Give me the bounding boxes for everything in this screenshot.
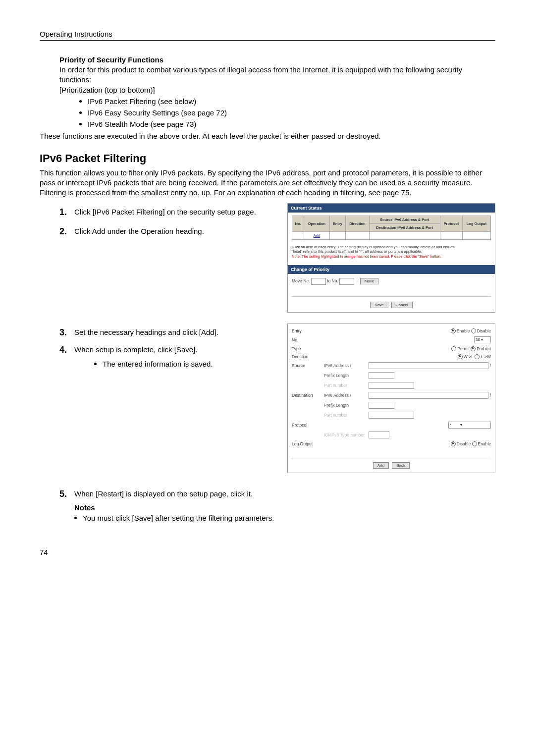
step-4-text: When setup is complete, click [Save]. — [74, 345, 197, 355]
shot1-th-protocol: Protocol — [440, 216, 462, 231]
screenshot-current-status: Current Status No. Operation Entry Direc… — [287, 203, 495, 313]
shot2-log-enable-radio[interactable] — [472, 441, 477, 446]
step-5-num: 5. — [59, 489, 74, 499]
shot1-add-link[interactable]: Add — [314, 233, 320, 238]
shot2-no-select[interactable]: 30 ▾ — [474, 336, 491, 343]
running-head: Operating Instructions — [40, 30, 495, 38]
shot2-type-label: Type — [292, 346, 324, 351]
shot2-src-addr-input[interactable] — [369, 362, 488, 369]
shot2-type-permit-label: Permit — [457, 346, 470, 351]
shot2-entry-disable-label: Disable — [477, 328, 491, 333]
step-3-text: Set the necessary headings and click [Ad… — [74, 327, 218, 337]
shot2-icmp-input[interactable] — [369, 432, 389, 438]
shot1-bar-current: Current Status — [288, 204, 495, 213]
step-5: 5. When [Restart] is displayed on the se… — [59, 489, 495, 499]
priority-para3: These functions are executed in the abov… — [40, 131, 495, 141]
step-4-num: 4. — [59, 345, 74, 355]
shot2-dst-addr-input[interactable] — [369, 392, 488, 399]
shot1-note-red: Note: The setting highlighted in orange … — [292, 254, 441, 259]
notes-bullet-text: You must click [Save] after setting the … — [83, 513, 274, 523]
step-3-num: 3. — [59, 327, 74, 338]
priority-bullet-3-text: IPv6 Stealth Mode (see page 73) — [88, 119, 196, 129]
shot1-cancel-button[interactable]: Cancel — [391, 302, 413, 308]
shot1-th-entry: Entry — [329, 216, 345, 231]
shot1-move-no-label: Move No. — [292, 278, 310, 283]
step-4: 4. When setup is complete, click [Save]. — [59, 345, 277, 355]
shot1-note-line1: Click an item of each entry. The setting… — [292, 245, 455, 249]
page-number: 74 — [40, 548, 495, 556]
shot2-src-prefix-label: Prefix Length — [324, 373, 369, 378]
shot2-no-label: No. — [292, 337, 324, 342]
shot2-dst-port-input[interactable] — [369, 412, 414, 419]
notes-heading: Notes — [74, 503, 495, 512]
shot2-back-button[interactable]: Back — [392, 462, 410, 469]
step-1-num: 1. — [59, 207, 74, 217]
shot2-dest-label: Destination — [292, 393, 324, 398]
step-5-text: When [Restart] is displayed on the setup… — [74, 489, 253, 499]
filtering-title: IPv6 Packet Filtering — [40, 152, 495, 165]
step-1-text: Click [IPv6 Packet Filtering] on the sec… — [74, 207, 256, 217]
shot1-th-src: Source IPv6 Address & Port — [369, 216, 440, 223]
step-4-bullet-text: The entered information is saved. — [103, 359, 213, 369]
shot2-dir-lw-radio[interactable] — [475, 354, 480, 359]
step-4-bullet: The entered information is saved. — [94, 359, 277, 369]
shot1-move-to-input[interactable] — [339, 278, 354, 285]
shot2-source-label: Source — [292, 363, 324, 368]
priority-bullet-2: IPv6 Easy Security Settings (see page 72… — [79, 108, 495, 118]
shot2-src-port-input[interactable] — [369, 382, 414, 389]
step-2: 2. Click Add under the Operation heading… — [59, 226, 277, 237]
priority-heading: Priority of Security Functions — [59, 55, 495, 64]
shot2-type-prohibit-radio[interactable] — [471, 346, 476, 351]
step-3: 3. Set the necessary headings and click … — [59, 327, 277, 338]
shot2-dst-prefix-label: Prefix Length — [324, 403, 369, 408]
shot2-src-prefix-input[interactable] — [369, 372, 394, 379]
shot2-add-button[interactable]: Add — [373, 462, 389, 469]
shot1-move-from-input[interactable] — [311, 278, 326, 285]
priority-bullet-2-text: IPv6 Easy Security Settings (see page 72… — [88, 108, 227, 118]
filtering-intro: This function allows you to filter only … — [40, 168, 495, 198]
shot2-entry-enable-radio[interactable] — [451, 328, 456, 333]
shot2-dir-lw-label: L->W — [481, 354, 491, 359]
shot1-bar-change: Change of Priority — [288, 265, 495, 274]
shot2-log-disable-radio[interactable] — [451, 441, 456, 446]
screenshot-add-entry: Entry Enable Disable No.30 ▾ Type Permit… — [287, 324, 495, 473]
shot1-note: Click an item of each entry. The setting… — [292, 245, 491, 259]
shot2-src-addr-label: IPv6 Address / — [324, 363, 369, 368]
shot1-th-operation: Operation — [304, 216, 329, 231]
shot1-save-button[interactable]: Save — [370, 302, 388, 308]
shot2-dir-wl-label: W->L — [464, 354, 474, 359]
priority-bullet-1-text: IPv6 Packet Filtering (see below) — [88, 97, 196, 107]
step-2-text: Click Add under the Operation heading. — [74, 226, 204, 236]
shot2-icmp-label: ICMPv6 Type number — [324, 432, 369, 437]
shot2-type-permit-radio[interactable] — [451, 346, 456, 351]
priority-bullet-3: IPv6 Stealth Mode (see page 73) — [79, 119, 495, 129]
priority-bullet-1: IPv6 Packet Filtering (see below) — [79, 97, 495, 107]
shot2-log-disable-label: Disable — [457, 441, 471, 446]
shot2-entry-enable-label: Enable — [457, 328, 470, 333]
step-2-num: 2. — [59, 226, 74, 237]
notes-bullet: You must click [Save] after setting the … — [74, 513, 495, 523]
shot1-note-line2: "local" refers to this product itself, a… — [292, 249, 422, 254]
shot2-direction-label: Direction — [292, 354, 324, 359]
shot2-src-port-label: Port number — [324, 383, 369, 388]
shot1-move-button[interactable]: Move — [360, 278, 379, 284]
shot1-to-no-label: to No. — [327, 278, 338, 283]
shot2-type-prohibit-label: Prohibit — [477, 346, 491, 351]
shot1-th-no: No. — [292, 216, 304, 231]
shot2-dir-wl-radio[interactable] — [458, 354, 463, 359]
shot2-protocol-label: Protocol — [292, 423, 324, 428]
step-1: 1. Click [IPv6 Packet Filtering] on the … — [59, 207, 277, 217]
header-rule — [40, 40, 495, 41]
shot2-dst-port-label: Port number — [324, 413, 369, 418]
priority-para1: In order for this product to combat vari… — [59, 65, 495, 85]
shot2-dst-prefix-input[interactable] — [369, 402, 394, 409]
priority-para2: [Prioritization (top to bottom)] — [59, 85, 495, 95]
shot2-entry-disable-radio[interactable] — [471, 328, 476, 333]
shot2-dst-addr-label: IPv6 Address / — [324, 393, 369, 398]
shot1-th-dst: Destination IPv6 Address & Port — [369, 223, 440, 231]
shot1-th-direction: Direction — [346, 216, 370, 231]
shot2-protocol-select[interactable]: * ▾ — [448, 422, 491, 429]
shot2-logoutput-label: Log Output — [292, 441, 324, 446]
shot2-log-enable-label: Enable — [478, 441, 491, 446]
shot1-table: No. Operation Entry Direction Source IPv… — [292, 216, 491, 240]
